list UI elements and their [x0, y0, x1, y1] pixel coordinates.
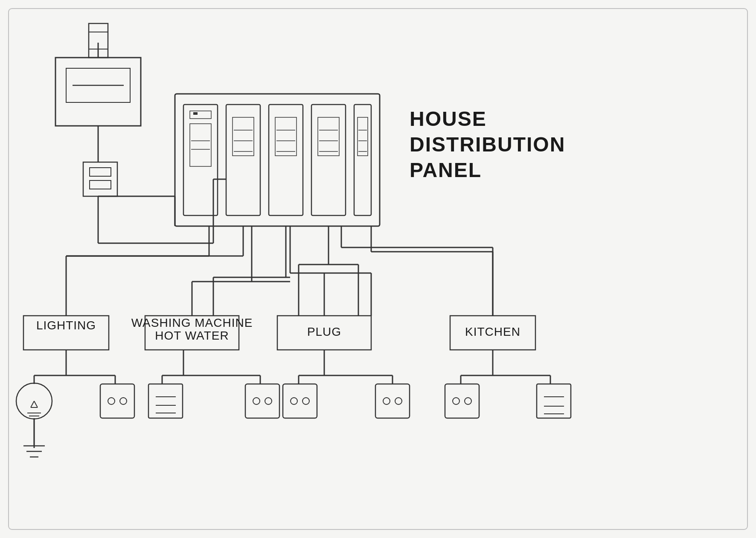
- svg-rect-56: [233, 117, 254, 156]
- panel-title-line1: HOUSE: [410, 108, 487, 130]
- svg-rect-100: [283, 384, 317, 418]
- svg-rect-66: [318, 117, 339, 156]
- svg-point-99: [265, 398, 272, 404]
- svg-rect-60: [269, 105, 303, 215]
- svg-rect-49: [183, 105, 218, 215]
- svg-rect-55: [226, 105, 260, 215]
- svg-line-80: [31, 401, 34, 407]
- svg-rect-50: [190, 111, 211, 119]
- plug-label: PLUG: [307, 325, 341, 338]
- washing-label-line2: HOT WATER: [155, 329, 229, 342]
- panel-title-line2: DISTRIBUTION: [410, 133, 565, 156]
- svg-point-105: [395, 398, 402, 404]
- svg-rect-106: [445, 384, 479, 418]
- svg-line-82: [34, 401, 38, 407]
- washing-label-line1: WASHING MACHINE: [131, 316, 253, 329]
- svg-point-102: [302, 398, 309, 404]
- svg-point-108: [465, 398, 471, 404]
- svg-rect-103: [375, 384, 410, 418]
- svg-rect-47: [90, 180, 111, 189]
- svg-point-101: [291, 398, 297, 404]
- svg-rect-90: [100, 384, 134, 418]
- kitchen-label: KITCHEN: [465, 325, 520, 338]
- svg-rect-71: [358, 117, 368, 156]
- panel-title-line3: PANEL: [410, 159, 482, 181]
- lighting-label: LIGHTING: [36, 319, 96, 332]
- svg-point-98: [253, 398, 260, 404]
- svg-rect-61: [275, 117, 297, 156]
- svg-rect-52: [190, 124, 211, 166]
- svg-rect-51: [193, 112, 198, 115]
- diagram-container: HOUSE DISTRIBUTION PANEL LIGHTING WASHIN…: [0, 0, 756, 538]
- svg-rect-70: [354, 105, 371, 215]
- svg-point-91: [108, 398, 115, 404]
- svg-rect-0: [9, 9, 747, 529]
- svg-point-92: [120, 398, 127, 404]
- svg-rect-109: [537, 384, 571, 418]
- svg-point-107: [453, 398, 459, 404]
- svg-point-104: [383, 398, 390, 404]
- svg-rect-46: [90, 168, 111, 176]
- svg-rect-65: [311, 105, 346, 215]
- svg-rect-97: [245, 384, 279, 418]
- svg-rect-48: [175, 94, 380, 226]
